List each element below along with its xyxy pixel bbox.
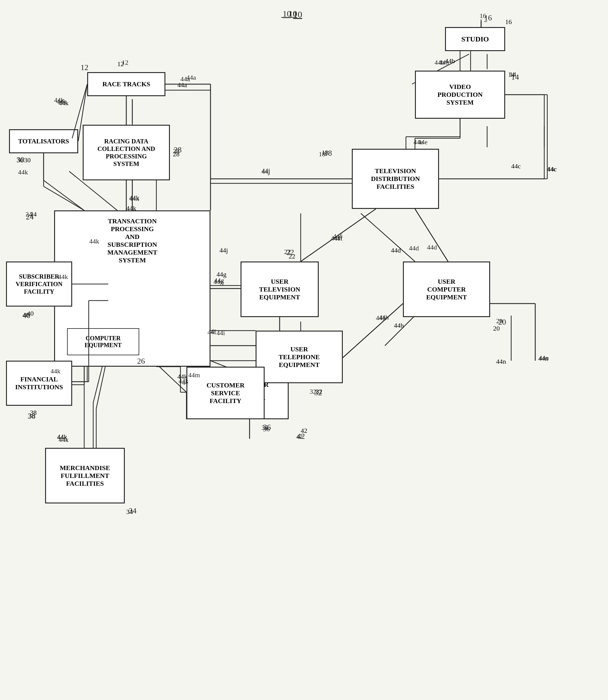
merchandise-ref: 34 xyxy=(126,508,133,516)
transaction-box-html: TRANSACTIONPROCESSINGANDSUBSCRIPTIONMANA… xyxy=(54,210,210,367)
user-computer-ref: 20 xyxy=(493,325,500,332)
connector-44h: 44h xyxy=(394,322,404,329)
connector-44k-7: 44k xyxy=(177,373,187,381)
computer-equip-inner: COMPUTEREQUIPMENT xyxy=(67,328,139,355)
television-dist-box-html: TELEVISIONDISTRIBUTIONFACILITIES xyxy=(352,149,439,209)
user-telephone-ref: 32 xyxy=(316,388,322,395)
connector-44k-1: 44k xyxy=(59,99,69,107)
connector-44f: 44f xyxy=(334,234,342,242)
subscriber-ref: 40 xyxy=(27,310,34,317)
connector-44a: 44a xyxy=(177,81,187,89)
subscriber-box-html: SUBSCRIBERVERIFICATIONFACILITY xyxy=(6,261,72,307)
connector-44j: 44j xyxy=(220,247,228,254)
racing-data-ref: 28 xyxy=(173,150,179,158)
diagram-title: 10 xyxy=(289,9,297,19)
connector-44k-6: 44k xyxy=(59,436,69,444)
connector-44g: 44g xyxy=(216,271,226,278)
customer-service-ref2: 42 xyxy=(301,427,307,434)
user-tv-box-html: USERTELEVISIONEQUIPMENT xyxy=(241,261,319,317)
user-telephone-box-html: USERTELEPHONEEQUIPMENT xyxy=(255,331,343,383)
financial-ref: 38 xyxy=(30,409,37,416)
user-tv-ref: 22 xyxy=(289,252,295,260)
studio-box-html: STUDIO xyxy=(445,27,505,51)
transaction-ref: 24 xyxy=(30,210,37,218)
customer-service-box-html: CUSTOMERSERVICEFACILITY xyxy=(186,367,265,419)
totalisators-ref: 30 xyxy=(24,156,31,164)
customer-service-ref: 36 xyxy=(262,424,268,432)
svg-line-15 xyxy=(361,213,415,261)
race-tracks-ref: 12 xyxy=(117,60,124,68)
user-computer-box-html: USERCOMPUTEREQUIPMENT xyxy=(403,261,490,317)
video-production-ref: 14 xyxy=(508,71,515,78)
svg-line-19 xyxy=(385,316,415,346)
television-dist-ref: 18 xyxy=(322,149,328,157)
connector-44b: 44b xyxy=(445,57,455,65)
financial-box-html: FINANCIALINSTITUTIONS xyxy=(6,361,72,406)
merchandise-box-html: MERCHANDISEFULFILLMENTFACILITIES xyxy=(45,448,125,503)
connector-44d: 44d xyxy=(391,247,401,254)
connector-44n: 44n xyxy=(496,358,506,366)
studio-ref: 16 xyxy=(505,18,512,26)
totalisators-box-html: TOTALISATORS xyxy=(9,129,78,153)
video-production-box-html: VIDEOPRODUCTIONSYSTEM xyxy=(415,71,505,119)
connector-44c: 44c xyxy=(511,162,521,170)
race-tracks-box-html: RACE TRACKS xyxy=(87,72,165,96)
racing-data-box-html: RACING DATACOLLECTION ANDPROCESSINGSYSTE… xyxy=(83,125,170,180)
